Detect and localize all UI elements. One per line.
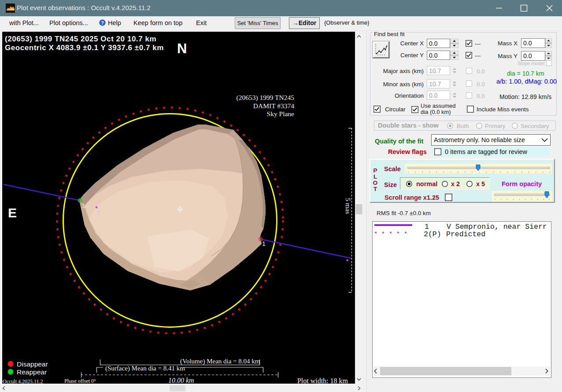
svg-text:?: ? xyxy=(101,20,104,26)
svg-text:Disappear: Disappear xyxy=(17,360,48,368)
svg-text:Reappear: Reappear xyxy=(17,368,47,376)
svg-text:(Surface) Mean dia = 8.41 km: (Surface) Mean dia = 8.41 km xyxy=(105,365,185,372)
svg-text:2(P): 2(P) xyxy=(424,230,441,238)
svg-text:Predicted: Predicted xyxy=(446,230,485,238)
svg-text:5 mas: 5 mas xyxy=(344,198,352,214)
svg-text:1: 1 xyxy=(82,202,85,209)
svg-text:Plot width: 18 km: Plot width: 18 km xyxy=(297,377,348,384)
svg-text:(20653) 1999 TN245 2025 Oct 2: (20653) 1999 TN245 2025 Oct 20 10.7 km xyxy=(5,35,156,43)
svg-text:Occult 4.2025.11.2: Occult 4.2025.11.2 xyxy=(3,378,43,384)
svg-text:1: 1 xyxy=(262,240,266,247)
svg-text:(20653) 1999 TN245: (20653) 1999 TN245 xyxy=(237,94,295,102)
svg-text:2: 2 xyxy=(97,209,100,216)
svg-text:Geocentric X 4083.9 ±0.1 Y 3: Geocentric X 4083.9 ±0.1 Y 3937.6 ±0.7 k… xyxy=(5,44,164,52)
svg-text:DAMIT #3374: DAMIT #3374 xyxy=(253,102,294,110)
svg-text:Sky Plane: Sky Plane xyxy=(267,110,295,117)
svg-text:E: E xyxy=(8,205,17,220)
svg-text:Phase offset 0°: Phase offset 0° xyxy=(64,378,96,384)
svg-text:N: N xyxy=(177,41,187,56)
svg-text:(Volume) Mean dia = 8.04 km: (Volume) Mean dia = 8.04 km xyxy=(180,358,260,365)
svg-text:10.00 km: 10.00 km xyxy=(168,377,194,384)
